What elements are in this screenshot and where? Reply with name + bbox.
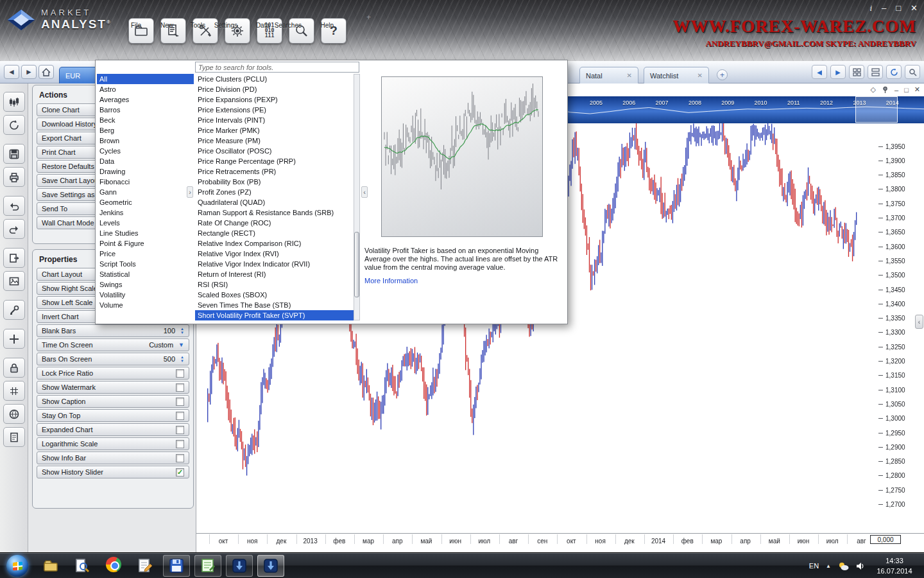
tool-category[interactable]: Astro <box>97 84 194 94</box>
collapse-scale-icon[interactable]: ‹ <box>915 315 923 329</box>
side-tool-button[interactable] <box>3 248 25 268</box>
tool-item[interactable]: Price Range Percentage (PRP) <box>195 156 354 166</box>
tool-item[interactable]: Price Intervals (PINT) <box>195 115 354 125</box>
tool-category[interactable]: Script Tools <box>97 259 194 269</box>
tool-item[interactable]: Price Expansions (PEXP) <box>195 94 354 105</box>
property-row[interactable]: Blank Bars100▲▼ <box>37 324 189 337</box>
checkbox[interactable] <box>176 426 184 434</box>
search-icon[interactable] <box>905 65 920 79</box>
more-information-link[interactable]: More Information <box>364 277 418 285</box>
side-tool-button[interactable] <box>3 144 25 164</box>
add-tab-button[interactable]: + <box>717 69 728 80</box>
side-tool-button[interactable] <box>3 92 25 112</box>
clock[interactable]: 14:33 16.07.2014 <box>870 556 919 576</box>
close-tab-icon[interactable]: ✕ <box>627 72 632 79</box>
tool-item[interactable]: Scaled Boxes (SBOX) <box>195 290 354 300</box>
dropdown-arrow-icon[interactable]: ▼ <box>178 342 184 348</box>
grid-view-icon[interactable] <box>849 65 864 79</box>
tool-category[interactable]: Swings <box>97 279 194 290</box>
side-tool-button[interactable] <box>3 167 25 187</box>
checkbox[interactable] <box>176 440 184 448</box>
refresh-icon[interactable] <box>886 65 902 79</box>
tool-item[interactable]: Relative Vigor Index (RVI) <box>195 249 354 259</box>
side-tool-button[interactable] <box>3 358 25 378</box>
spinner-control[interactable]: ▲▼ <box>180 355 184 363</box>
property-row[interactable]: Lock Price Ratio <box>37 367 189 380</box>
tool-item[interactable]: Seven Times The Base (STB) <box>195 300 354 310</box>
tool-item[interactable]: Price Retracements (PR) <box>195 166 354 177</box>
tool-item[interactable]: Return of Interest (RI) <box>195 269 354 279</box>
property-row[interactable]: Show History Slider✓ <box>37 466 189 478</box>
taskbar-app-text-editor[interactable] <box>132 555 158 577</box>
maximize-icon[interactable]: □ <box>896 3 901 13</box>
property-row[interactable]: Time On ScreenCustom▼ <box>37 338 189 351</box>
back-button[interactable]: ◄ <box>4 65 19 79</box>
collapse-categories-icon[interactable]: › <box>187 186 193 198</box>
tool-category[interactable]: Volume <box>97 300 194 310</box>
tab-watchlist[interactable]: Watchlist✕ <box>644 67 709 83</box>
tool-category[interactable]: Statistical <box>97 269 194 279</box>
pin-icon[interactable] <box>882 86 889 94</box>
tool-item[interactable]: RSI (RSI) <box>195 279 354 290</box>
chart-minimize-icon[interactable]: – <box>894 86 898 94</box>
tab-natal[interactable]: Natal✕ <box>579 67 638 83</box>
taskbar-app-downloader[interactable] <box>226 555 253 577</box>
checkbox[interactable] <box>176 412 184 420</box>
tool-search-input[interactable] <box>195 62 359 73</box>
taskbar-app-windows-explorer[interactable] <box>37 555 64 577</box>
property-row[interactable]: Expanded Chart <box>37 423 189 436</box>
tool-category[interactable]: Gann <box>97 187 194 197</box>
tool-category[interactable]: All <box>97 74 194 84</box>
history-selected-range[interactable] <box>855 96 898 123</box>
side-tool-button[interactable] <box>3 404 25 424</box>
tool-category[interactable]: Fibonacci <box>97 177 194 187</box>
taskbar-app-notes-app[interactable] <box>194 555 221 577</box>
taskbar-app-downloader-active[interactable] <box>257 555 284 577</box>
toolbar-button-new[interactable]: New <box>158 18 188 44</box>
taskbar-app-market-analyst[interactable] <box>163 555 190 577</box>
spinner-control[interactable]: ▲▼ <box>180 327 184 335</box>
checkbox[interactable] <box>176 454 184 462</box>
tool-category[interactable]: Volatility <box>97 290 194 300</box>
checkbox[interactable]: ✓ <box>176 468 184 477</box>
tool-category[interactable]: Geometric <box>97 197 194 207</box>
toolbar-button-searches[interactable]: Searches <box>287 18 316 44</box>
tool-category[interactable]: Cycles <box>97 146 194 156</box>
property-row[interactable]: Logarithmic Scale <box>37 437 189 450</box>
tool-category[interactable]: Barros <box>97 105 194 115</box>
side-tool-button[interactable] <box>3 115 25 135</box>
tool-item[interactable]: Price Oscillator (POSC) <box>195 146 354 156</box>
tile-view-icon[interactable] <box>868 65 883 79</box>
checkbox[interactable] <box>176 369 184 378</box>
tool-item[interactable]: Price Division (PD) <box>195 84 354 94</box>
toolbar-button-file[interactable]: File <box>126 18 156 44</box>
tool-category[interactable]: Jenkins <box>97 207 194 218</box>
checkbox[interactable] <box>176 398 184 406</box>
tab-scroll-right-icon[interactable]: ▶ <box>830 65 846 79</box>
side-tool-button[interactable] <box>3 196 25 216</box>
tab-scroll-left-icon[interactable]: ◀ <box>812 65 827 79</box>
chart-close-icon[interactable]: ✕ <box>914 85 920 94</box>
property-row[interactable]: Show Watermark <box>37 381 189 394</box>
close-tab-icon[interactable]: ✕ <box>697 72 703 79</box>
side-tool-button[interactable] <box>3 427 25 447</box>
tool-item[interactable]: Raman Support & Resistance Bands (SRB) <box>195 207 354 218</box>
diamond-icon[interactable]: ◇ <box>871 85 876 94</box>
tool-item[interactable]: Price Measure (PM) <box>195 136 354 146</box>
side-tool-button[interactable] <box>3 329 25 349</box>
tool-category[interactable]: Beck <box>97 115 194 125</box>
tool-item[interactable]: Price Extensions (PE) <box>195 105 354 115</box>
info-icon[interactable]: i <box>869 3 872 13</box>
tool-category[interactable]: Line Studies <box>97 228 194 238</box>
side-tool-button[interactable] <box>3 271 25 291</box>
tool-category[interactable]: Levels <box>97 218 194 228</box>
tool-category[interactable]: Drawing <box>97 166 194 177</box>
tool-item[interactable]: Quadrilateral (QUAD) <box>195 197 354 207</box>
start-button[interactable] <box>6 555 28 577</box>
tool-item[interactable]: Rectangle (RECT) <box>195 228 354 238</box>
chart-maximize-icon[interactable]: □ <box>904 86 909 94</box>
property-row[interactable]: Bars On Screen500▲▼ <box>37 353 189 365</box>
tool-category[interactable]: Averages <box>97 94 194 105</box>
side-tool-button[interactable] <box>3 300 25 320</box>
taskbar-app-chrome[interactable] <box>100 555 127 577</box>
